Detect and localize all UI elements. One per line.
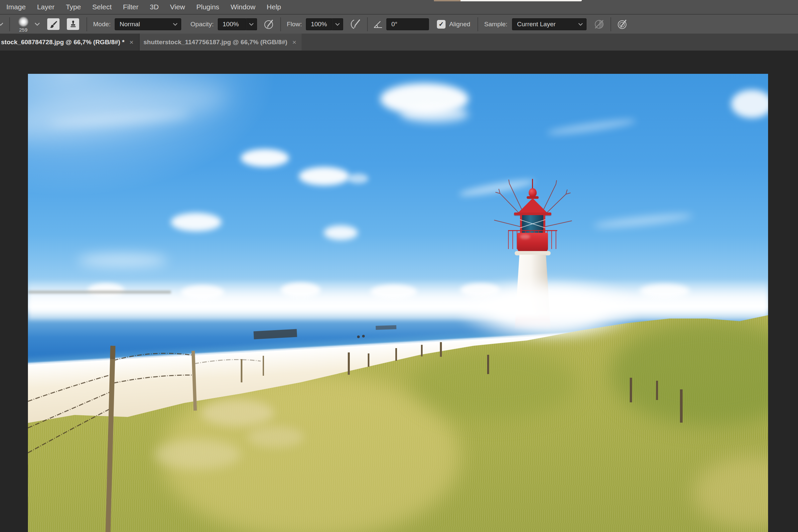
chevron-down-icon [335,23,340,26]
toggle-brush-settings-button[interactable] [47,18,59,30]
menu-item-image[interactable]: Image [1,0,31,14]
tool-preset-chevron-icon[interactable] [0,22,3,26]
menu-item-layer[interactable]: Layer [31,0,60,14]
dune-shadow [410,346,576,420]
ignore-adjustment-layers-icon[interactable] [593,18,605,30]
lighthouse-gallery [517,233,548,252]
sand-path [247,426,304,448]
pressure-opacity-icon[interactable] [263,18,275,30]
divider [610,17,611,31]
check-icon: ✓ [439,20,444,28]
pressure-size-icon[interactable] [616,18,628,30]
cloud [731,90,768,118]
brush-size-value: 259 [19,27,27,33]
foreign-window-edge [434,0,582,1]
photoshop-window: { "colors": { "menu_bar_bg": "#515151", … [0,0,798,532]
aligned-label: Aligned [449,21,470,28]
horizon-cloud [370,285,417,299]
stamp-icon [69,20,77,28]
flow-field[interactable]: 100% [306,18,332,30]
opacity-dropdown-button[interactable] [246,18,257,30]
flow-label: Flow: [287,21,302,28]
divider [9,17,10,31]
opacity-label: Opacity: [191,21,214,28]
lighthouse-roof-rim [514,212,551,215]
divider [87,17,87,31]
divider [280,17,281,31]
cloud [241,149,289,167]
cloud [324,225,358,240]
chevron-down-icon [578,23,586,26]
brush-angle-value: 0° [387,21,397,28]
horizon-cloud [281,283,321,298]
sand-path [201,400,274,426]
cloud [171,213,222,231]
blend-mode-dropdown[interactable]: Normal [115,18,181,30]
brush-angle-field[interactable]: 0° [386,18,429,30]
flow-dropdown-button[interactable] [332,18,343,30]
aligned-checkbox[interactable]: ✓ [437,20,445,28]
toggle-clone-source-button[interactable] [67,18,79,30]
close-icon[interactable]: × [292,38,296,46]
mode-label: Mode: [93,21,111,28]
document-tab-active[interactable]: stock_608784728.jpg @ 66,7% (RGB/8#) * × [0,34,139,51]
sand-path [154,440,241,470]
dry-grass-patch [693,456,768,529]
cloud [299,167,349,186]
menu-item-plugins[interactable]: Plugins [191,0,225,14]
document-canvas-lighthouse-photo[interactable] [28,74,768,532]
close-icon[interactable]: × [129,38,133,46]
canvas-workarea [0,51,798,532]
brush-icon [50,20,58,28]
menu-item-select[interactable]: Select [87,0,117,14]
airbrush-icon[interactable] [349,18,362,30]
menu-item-filter[interactable]: Filter [117,0,144,14]
horizon-cloud [640,284,690,299]
document-tab-bar: stock_608784728.jpg @ 66,7% (RGB/8#) * ×… [0,34,798,51]
brush-picker-chevron-icon[interactable] [35,22,40,26]
sample-value: Current Layer [512,21,556,28]
sample-dropdown[interactable]: Current Layer [512,18,587,30]
divider [477,17,478,31]
soft-round-brush-icon [18,16,29,27]
horizon-cloud [88,283,125,297]
cloud [400,106,469,123]
flow-value: 100% [306,21,327,28]
lighthouse-roof [517,198,548,213]
blend-mode-value: Normal [115,21,140,28]
menu-bar: Image Layer Type Select Filter 3D View P… [0,0,798,14]
menu-item-window[interactable]: Window [225,0,261,14]
menu-item-view[interactable]: View [164,0,191,14]
lighthouse-finial-knob [529,188,537,197]
menu-item-3d[interactable]: 3D [144,0,164,14]
opacity-value: 100% [218,21,239,28]
cloud [547,117,637,137]
divider [367,17,368,31]
fog-bank [458,278,638,341]
document-tab-label: shutterstock_1147756187.jpg @ 66,7% (RGB… [144,39,288,46]
tool-options-bar: 259 Mode: Normal Opacity: 100% [0,14,798,34]
distant-coastline [28,291,171,293]
brush-preset-picker[interactable]: 259 [14,16,33,33]
brush-angle-icon [373,19,384,30]
document-tab-label: stock_608784728.jpg @ 66,7% (RGB/8#) * [1,39,125,46]
chevron-down-icon [173,23,181,26]
cloud [348,174,368,184]
horizon-cloud [181,285,224,300]
document-tab-inactive[interactable]: shutterstock_1147756187.jpg @ 66,7% (RGB… [139,34,302,51]
cloud [78,253,168,267]
chevron-down-icon [249,23,254,26]
menu-item-type[interactable]: Type [60,0,87,14]
sample-label: Sample: [484,21,507,28]
menu-item-help[interactable]: Help [261,0,287,14]
cloud [593,211,693,230]
opacity-field[interactable]: 100% [218,18,246,30]
